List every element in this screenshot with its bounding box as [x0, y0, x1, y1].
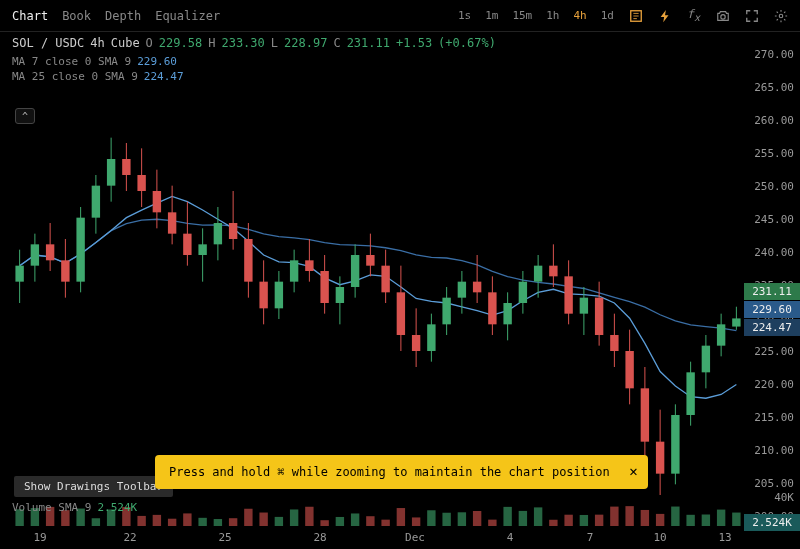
- time-tick: 28: [313, 531, 326, 544]
- tab-chart[interactable]: Chart: [12, 7, 48, 25]
- close-icon[interactable]: ✕: [629, 463, 637, 479]
- svg-rect-88: [442, 298, 450, 325]
- lightning-icon[interactable]: [657, 8, 672, 23]
- volume-indicator-row: Volume SMA 9 2.524K: [12, 501, 137, 514]
- price-tick: 245.00: [754, 213, 794, 226]
- svg-rect-145: [732, 318, 740, 326]
- svg-point-2: [779, 14, 783, 18]
- price-axis[interactable]: 270.00265.00260.00255.00250.00245.00240.…: [744, 36, 800, 525]
- timeframe-1h[interactable]: 1h: [546, 9, 559, 22]
- price-tick: 260.00: [754, 114, 794, 127]
- svg-rect-124: [625, 351, 633, 388]
- timeframe-4h[interactable]: 4h: [574, 9, 587, 22]
- svg-rect-128: [641, 510, 649, 526]
- chart-area[interactable]: 270.00265.00260.00255.00250.00245.00240.…: [0, 36, 800, 525]
- svg-rect-104: [519, 511, 527, 526]
- top-tab-bar: Chart Book Depth Equalizer 1s 1m 15m 1h …: [0, 0, 800, 32]
- svg-rect-49: [244, 239, 252, 282]
- price-tick: 240.00: [754, 246, 794, 259]
- svg-rect-7: [31, 244, 39, 265]
- price-badge-ma25: 224.47: [744, 319, 800, 336]
- price-tick: 255.00: [754, 147, 794, 160]
- svg-rect-62: [305, 507, 313, 526]
- volume-axis-tick: 40K: [774, 491, 794, 504]
- svg-rect-130: [656, 442, 664, 474]
- price-badge-vol: 2.524K: [744, 514, 800, 531]
- svg-rect-139: [702, 346, 710, 373]
- svg-rect-67: [336, 287, 344, 303]
- fullscreen-icon[interactable]: [744, 8, 759, 23]
- zoom-hint-text: Press and hold ⌘ while zooming to mainta…: [169, 465, 610, 479]
- svg-rect-89: [442, 513, 450, 526]
- svg-rect-25: [122, 159, 130, 175]
- svg-rect-134: [671, 507, 679, 526]
- svg-point-1: [720, 14, 724, 18]
- price-tick: 265.00: [754, 81, 794, 94]
- svg-rect-125: [625, 506, 633, 526]
- time-axis[interactable]: 19222528Dec471013: [0, 525, 744, 549]
- zoom-hint-banner: Press and hold ⌘ while zooming to mainta…: [155, 455, 648, 489]
- svg-rect-122: [610, 507, 618, 526]
- volume-label: Volume SMA 9: [12, 501, 91, 514]
- svg-rect-13: [61, 260, 69, 281]
- svg-rect-142: [717, 324, 725, 345]
- time-tick: 25: [218, 531, 231, 544]
- svg-rect-73: [366, 255, 374, 266]
- svg-rect-146: [732, 513, 740, 526]
- svg-rect-101: [503, 507, 511, 526]
- svg-rect-10: [46, 244, 54, 260]
- svg-rect-76: [381, 266, 389, 293]
- svg-rect-37: [183, 234, 191, 255]
- svg-rect-59: [290, 509, 298, 526]
- svg-rect-34: [168, 212, 176, 233]
- svg-rect-91: [458, 282, 466, 298]
- timeframe-1d[interactable]: 1d: [601, 9, 614, 22]
- svg-rect-61: [305, 260, 313, 271]
- svg-rect-133: [671, 415, 679, 474]
- svg-rect-94: [473, 282, 481, 293]
- timeframe-15m[interactable]: 15m: [512, 9, 532, 22]
- time-tick: 10: [653, 531, 666, 544]
- svg-rect-92: [458, 512, 466, 526]
- svg-rect-31: [153, 191, 161, 212]
- svg-rect-58: [290, 260, 298, 281]
- svg-rect-19: [92, 186, 100, 218]
- svg-rect-64: [320, 271, 328, 303]
- fx-indicators-icon[interactable]: fx: [686, 8, 701, 23]
- svg-rect-53: [259, 513, 267, 526]
- price-tick: 250.00: [754, 180, 794, 193]
- svg-rect-97: [488, 292, 496, 324]
- svg-rect-40: [198, 244, 206, 255]
- camera-icon[interactable]: [715, 8, 730, 23]
- svg-rect-136: [686, 372, 694, 415]
- timeframe-1s[interactable]: 1s: [458, 9, 471, 22]
- price-tick: 220.00: [754, 378, 794, 391]
- time-tick: 22: [123, 531, 136, 544]
- svg-rect-86: [427, 510, 435, 526]
- price-tick: 215.00: [754, 411, 794, 424]
- time-tick: 13: [718, 531, 731, 544]
- svg-rect-118: [595, 298, 603, 335]
- tab-equalizer[interactable]: Equalizer: [155, 7, 220, 25]
- svg-rect-28: [137, 175, 145, 191]
- time-tick: 19: [33, 531, 46, 544]
- svg-rect-70: [351, 255, 359, 287]
- svg-rect-50: [244, 509, 252, 526]
- svg-rect-109: [549, 266, 557, 277]
- tab-book[interactable]: Book: [62, 7, 91, 25]
- svg-rect-127: [641, 388, 649, 441]
- time-tick: Dec: [405, 531, 425, 544]
- svg-rect-43: [214, 223, 222, 244]
- gear-icon[interactable]: [773, 8, 788, 23]
- svg-rect-115: [580, 298, 588, 314]
- volume-value: 2.524K: [97, 501, 137, 514]
- tab-depth[interactable]: Depth: [105, 7, 141, 25]
- svg-rect-85: [427, 324, 435, 351]
- timeframe-1m[interactable]: 1m: [485, 9, 498, 22]
- time-tick: 7: [587, 531, 594, 544]
- price-tick: 205.00: [754, 477, 794, 490]
- svg-rect-22: [107, 159, 115, 186]
- price-tick: 210.00: [754, 444, 794, 457]
- chart-type-icon[interactable]: [628, 8, 643, 23]
- svg-rect-107: [534, 507, 542, 526]
